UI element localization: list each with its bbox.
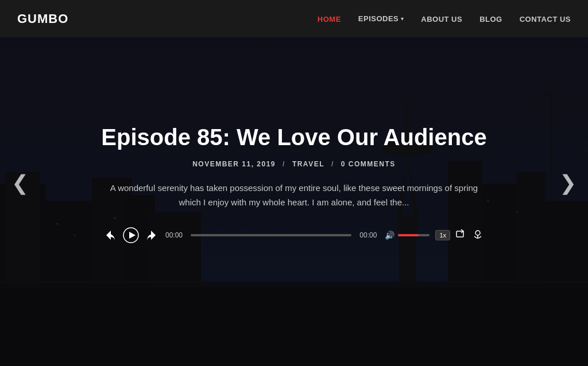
share-button[interactable] (456, 229, 466, 242)
site-logo[interactable]: GUMBO (17, 11, 68, 26)
nav-item-contact[interactable]: CONTACT US (520, 14, 571, 24)
hero-section: ❮ Episode 85: We Love Our Audience NOVEM… (0, 0, 588, 366)
total-time: 00:00 (357, 231, 379, 239)
episode-category: TRAVEL (292, 160, 324, 168)
audio-player: 15 00:00 00: (99, 227, 489, 243)
hero-content: Episode 85: We Love Our Audience NOVEMBE… (76, 123, 512, 243)
nav-link-blog[interactable]: BLOG (479, 15, 502, 24)
current-time: 00:00 (163, 231, 185, 239)
nav-item-episodes[interactable]: EPISODES ▾ (358, 14, 404, 23)
svg-marker-32 (129, 232, 136, 239)
volume-icon[interactable]: 🔊 (385, 231, 394, 240)
episode-comments: 0 COMMENTS (341, 160, 396, 168)
episode-title: Episode 85: We Love Our Audience (99, 123, 489, 151)
nav-item-about[interactable]: ABOUT US (421, 14, 462, 24)
svg-point-34 (475, 231, 480, 235)
nav-links: HOME EPISODES ▾ ABOUT US BLOG CONTACT US (318, 14, 571, 24)
nav-link-contact[interactable]: CONTACT US (520, 15, 571, 24)
nav-link-about[interactable]: ABOUT US (421, 15, 462, 24)
next-slide-button[interactable]: ❯ (554, 165, 582, 201)
chevron-down-icon: ▾ (401, 15, 404, 22)
speed-button[interactable]: 1x (435, 230, 450, 240)
nav-item-blog[interactable]: BLOG (479, 14, 502, 24)
progress-bar[interactable] (191, 234, 351, 236)
episode-meta: NOVEMBER 11, 2019 / TRAVEL / 0 COMMENTS (99, 160, 489, 168)
nav-link-home[interactable]: HOME (318, 15, 341, 24)
episode-date: NOVEMBER 11, 2019 (192, 160, 276, 168)
meta-sep-2: / (331, 160, 334, 168)
nav-item-home[interactable]: HOME (318, 14, 341, 24)
navbar: GUMBO HOME EPISODES ▾ ABOUT US BLOG CONT… (0, 0, 588, 37)
meta-sep-1: / (283, 160, 285, 168)
svg-text:15: 15 (108, 233, 112, 237)
download-button[interactable] (472, 228, 483, 242)
volume-bar-fill (398, 234, 419, 236)
episode-excerpt: A wonderful serenity has taken possessio… (99, 181, 489, 210)
volume-bar[interactable] (398, 234, 430, 236)
forward-button[interactable] (145, 229, 157, 242)
volume-control: 🔊 (385, 231, 430, 240)
rewind-button[interactable]: 15 (105, 229, 117, 242)
play-button[interactable] (123, 227, 139, 243)
prev-slide-button[interactable]: ❮ (6, 165, 34, 201)
nav-link-episodes[interactable]: EPISODES (358, 14, 399, 23)
